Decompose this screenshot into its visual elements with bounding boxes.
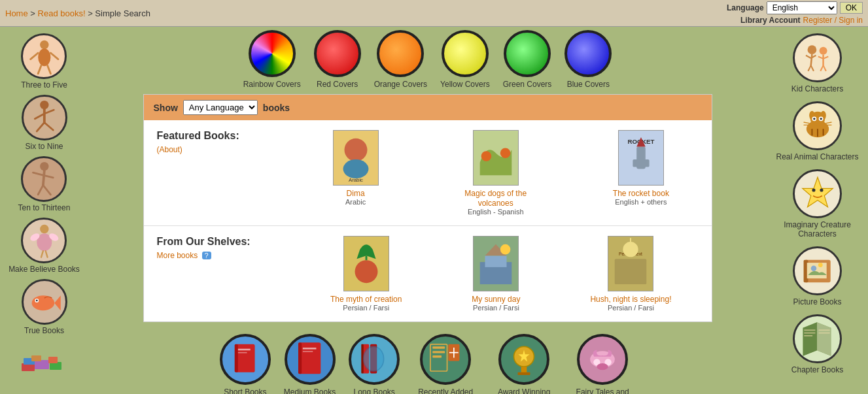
svg-line-17 [43, 186, 51, 195]
yellow-covers[interactable]: Yellow Covers [440, 30, 490, 89]
shelves-section: From Our Shelves: More books ? [150, 233, 298, 315]
orange-circle[interactable] [377, 30, 424, 77]
real-animal-circle[interactable] [793, 101, 842, 150]
sunny-cover[interactable] [473, 236, 519, 291]
language-filter-select[interactable]: Any Language English Arabic Persian / Fa… [183, 100, 258, 115]
svg-rect-129 [819, 332, 830, 333]
rainbow-circle[interactable] [249, 30, 296, 77]
picture-books-item[interactable]: Picture Books [793, 246, 842, 306]
teen-icon [26, 160, 63, 198]
read-books-link[interactable]: Read books! [38, 8, 86, 18]
svg-rect-45 [633, 159, 638, 167]
featured-panel: Show Any Language English Arabic Persian… [143, 94, 712, 322]
child-icon [26, 37, 63, 75]
book-hush[interactable]: Persian text Hush, night is sleeping! Pe… [590, 236, 671, 312]
kid-characters-circle[interactable] [793, 33, 842, 82]
red-covers[interactable]: Red Covers [314, 30, 361, 89]
fairy-tales-circle[interactable] [577, 334, 628, 385]
sidebar-item-make-believe[interactable]: Make Believe Books [9, 218, 80, 274]
book-myth[interactable]: The myth of creation Persian / Farsi [330, 236, 402, 312]
blue-covers[interactable]: Blue Covers [564, 30, 612, 89]
magic-dogs-title: Magic dogs of the volcanoes [453, 188, 538, 208]
language-select[interactable]: English Arabic Persian / Farsi Spanish [767, 1, 837, 14]
red-circle[interactable] [314, 30, 361, 77]
real-animal-item[interactable]: Real Animal Characters [776, 101, 858, 161]
make-believe-circle[interactable] [21, 218, 67, 263]
kid-characters-item[interactable]: Kid Characters [791, 33, 843, 93]
long-books-item[interactable]: Long Books [349, 334, 400, 394]
true-books-label: True Books [24, 326, 64, 335]
hush-cover[interactable]: Persian text [608, 236, 653, 291]
blue-circle[interactable] [564, 30, 612, 77]
rainbow-covers[interactable]: Rainbow Covers [243, 30, 301, 89]
help-button[interactable]: ? [202, 252, 211, 259]
svg-point-58 [623, 242, 638, 257]
svg-rect-125 [805, 329, 816, 331]
svg-point-48 [355, 260, 377, 283]
long-books-circle[interactable] [349, 334, 400, 385]
medium-books-circle[interactable] [285, 334, 336, 385]
hush-title: Hush, night is sleeping! [590, 294, 671, 304]
picture-books-circle[interactable] [793, 246, 842, 295]
chapter-books-item[interactable]: Chapter Books [791, 314, 843, 374]
more-books-link[interactable]: More books [157, 251, 198, 260]
short-books-circle[interactable] [220, 334, 271, 385]
yellow-circle[interactable] [442, 30, 489, 77]
featured-content: Featured Books: (About) Arabic [144, 120, 712, 225]
center-content: Rainbow Covers Red Covers Orange Covers … [88, 27, 767, 394]
recently-added-circle[interactable] [420, 334, 471, 385]
about-link[interactable]: (About) [157, 145, 182, 154]
imaginary-circle[interactable] [793, 169, 842, 218]
sidebar-item-three-to-five[interactable]: Three to Five [21, 33, 67, 90]
short-books-item[interactable]: Short Books [220, 334, 271, 394]
svg-line-107 [803, 122, 809, 123]
rocket-cover[interactable]: ROCKET [618, 130, 664, 186]
award-circle[interactable] [498, 334, 549, 385]
svg-line-109 [825, 122, 831, 123]
ok-button[interactable]: OK [840, 2, 863, 14]
right-sidebar: Kid Characters [767, 27, 868, 394]
svg-point-1 [38, 48, 50, 66]
language-label: Language [727, 3, 764, 12]
green-circle[interactable] [504, 30, 551, 77]
three-to-five-circle[interactable] [21, 33, 67, 79]
six-to-nine-circle[interactable] [22, 95, 67, 140]
imaginary-item[interactable]: Imaginary Creature Characters [775, 169, 860, 238]
svg-rect-63 [238, 352, 247, 353]
svg-rect-57 [615, 259, 647, 284]
myth-cover[interactable] [343, 236, 389, 291]
true-books-circle[interactable] [22, 279, 67, 325]
svg-point-106 [820, 118, 822, 120]
svg-marker-114 [802, 177, 832, 206]
sidebar-item-six-to-nine[interactable]: Six to Nine [22, 95, 67, 151]
sidebar-item-books-stack[interactable] [18, 340, 71, 373]
sidebar-item-ten-to-thirteen[interactable]: Ten to Thirteen [18, 156, 71, 212]
award-winning-item[interactable]: Award Winning Books [491, 334, 557, 394]
svg-line-14 [33, 172, 43, 175]
svg-point-87 [807, 45, 816, 54]
svg-rect-72 [432, 346, 445, 348]
book-rocket[interactable]: ROCKET The rocket book English + others [613, 130, 669, 216]
sidebar-item-true-books[interactable]: True Books [22, 279, 67, 335]
book-magic-dogs[interactable]: Magic dogs of the volcanoes English - Sp… [453, 130, 538, 216]
home-link[interactable]: Home [5, 8, 28, 18]
fairy-icon [26, 222, 63, 259]
svg-rect-128 [819, 329, 830, 331]
recently-added-item[interactable]: Recently Added Books [413, 334, 478, 394]
ten-to-thirteen-circle[interactable] [21, 156, 67, 202]
book-sunny[interactable]: My sunny day Persian / Farsi [472, 236, 520, 312]
register-link[interactable]: Register / Sign in [803, 16, 863, 25]
orange-covers[interactable]: Orange Covers [374, 30, 427, 89]
magic-dogs-cover[interactable] [473, 130, 519, 186]
short-books-label: Short Books [224, 387, 266, 394]
medium-books-item[interactable]: Medium Books [284, 334, 336, 394]
green-covers[interactable]: Green Covers [503, 30, 552, 89]
fairy-tales-item[interactable]: Fairy Tales and Folk Tales [570, 334, 635, 394]
chapter-books-circle[interactable] [793, 314, 842, 363]
dima-cover[interactable]: Arabic [333, 130, 379, 186]
award-winning-label: Award Winning Books [491, 387, 557, 394]
rocket-lang: English + others [615, 198, 667, 206]
svg-point-39 [481, 151, 491, 161]
running-child-icon [26, 99, 63, 137]
book-dima[interactable]: Arabic Dima Arabic [333, 130, 379, 216]
